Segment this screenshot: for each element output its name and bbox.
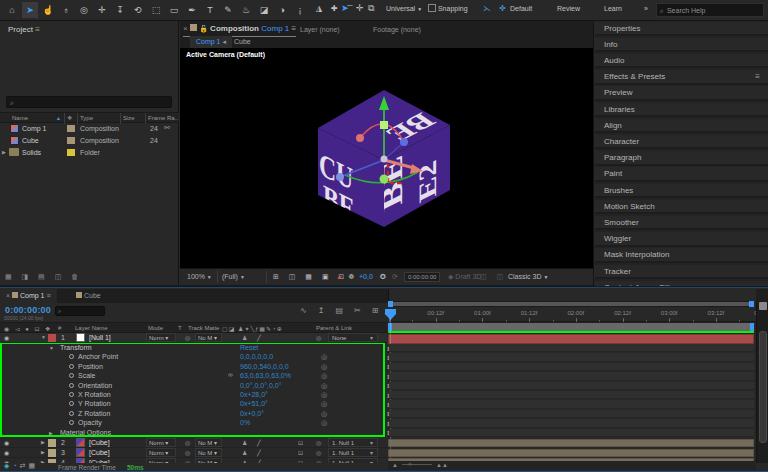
type-tool-icon[interactable]: T: [202, 2, 218, 18]
panel-tab-brushes[interactable]: Brushes: [595, 184, 768, 199]
property-row[interactable]: Opacity0%◎: [0, 419, 387, 428]
puppet-pin-icon[interactable]: ¡: [292, 2, 308, 18]
viewer-subtab-cube[interactable]: Cube: [234, 38, 251, 45]
project-tab[interactable]: Project ≡: [8, 25, 40, 34]
cube-layer-bar[interactable]: [388, 439, 754, 447]
panel-menu-icon[interactable]: ≡: [46, 292, 50, 299]
project-search-input[interactable]: ⌕: [6, 96, 172, 108]
panel-tab-mask-interpolation[interactable]: Mask Interpolation: [595, 248, 768, 263]
home-icon[interactable]: ⌂: [4, 2, 20, 18]
channel-icon[interactable]: ▲: [336, 273, 343, 280]
cube-3d-object[interactable]: CU BE BE E2 BE: [300, 80, 470, 230]
pen-tool-icon[interactable]: ✒: [184, 2, 200, 18]
graph-toggle-icon[interactable]: ◎: [321, 363, 327, 371]
parent-dropdown-arrow[interactable]: ▾: [370, 439, 373, 446]
expand-arrow-icon[interactable]: ▶: [2, 149, 6, 155]
null-layer-bar[interactable]: [388, 334, 754, 344]
track-matte-dropdown[interactable]: No M ▾: [195, 448, 222, 457]
layer-row[interactable]: ◉▼1[Null 1]Norm ▾◎No M ▾♟╱◎None▾: [0, 333, 387, 343]
layer-row[interactable]: ◉▶3[Cube]Norm ▾◎No M ▾♟╱⊡◎1. Null 1▾: [0, 448, 387, 458]
panel-tab-motion-sketch[interactable]: Motion Sketch: [595, 200, 768, 215]
roto-brush-icon[interactable]: ◑: [274, 2, 290, 18]
label-swatch[interactable]: [67, 149, 75, 156]
matte-toggle-icon[interactable]: ◎: [185, 439, 190, 446]
panel-tab-wiggler[interactable]: Wiggler: [595, 232, 768, 247]
expand-chevron-icon[interactable]: ▶: [41, 449, 45, 455]
collapse-chevron-icon[interactable]: ▼: [49, 345, 54, 351]
matte-toggle-icon[interactable]: ◎: [185, 449, 190, 456]
panel-tab-paragraph[interactable]: Paragraph: [595, 151, 768, 166]
parent-dropdown-arrow[interactable]: ▾: [370, 334, 373, 341]
workspace-tab-learn[interactable]: Learn: [604, 5, 622, 12]
timeline-scrollbar[interactable]: [756, 301, 768, 465]
dolly-camera-icon[interactable]: ↧: [112, 2, 128, 18]
sort-ascending-icon[interactable]: ▲: [56, 115, 61, 121]
draft3d-button[interactable]: ◈ Draft 3D: [448, 273, 481, 281]
label-swatch[interactable]: [48, 439, 56, 447]
workspace-more-button[interactable]: »: [644, 5, 648, 12]
mode-dropdown[interactable]: Norm ▾: [146, 333, 176, 342]
property-value[interactable]: 0%: [240, 419, 250, 426]
hand-tool-icon[interactable]: ☝: [40, 2, 56, 18]
renderer-dropdown[interactable]: Classic 3D ▼: [508, 273, 548, 280]
panel-tab-tracker[interactable]: Tracker: [595, 265, 768, 280]
property-row[interactable]: Orientation0,0°,0,0°,0,0°◎: [0, 382, 387, 391]
graph-toggle-icon[interactable]: ◎: [321, 410, 327, 418]
panel-tab-effects-presets[interactable]: Effects & Presets≡: [595, 70, 768, 85]
track-matte-dropdown[interactable]: No M ▾: [195, 438, 222, 447]
layer-tab[interactable]: Layer (none): [300, 26, 340, 33]
footage-tab[interactable]: Footage (none): [373, 26, 421, 33]
property-row[interactable]: Position960,0,540,0,0,0◎: [0, 363, 387, 372]
text-anim-icon[interactable]: ✚: [331, 4, 338, 13]
resolution-dropdown[interactable]: (Full) ▼: [222, 273, 245, 280]
snapshot-icon[interactable]: ✪: [380, 273, 386, 281]
expand-chevron-icon[interactable]: ▶: [49, 430, 53, 436]
graph-toggle-icon[interactable]: ◎: [321, 382, 327, 390]
property-value[interactable]: 63,0,63,0,63,0%: [240, 372, 291, 379]
label-swatch[interactable]: [48, 334, 56, 342]
property-row[interactable]: Y Rotation0x+51,0°◎: [0, 400, 387, 409]
parent-dropdown-arrow[interactable]: ▾: [370, 449, 373, 456]
expand-chevron-icon[interactable]: ▼: [41, 334, 46, 340]
panel-tab-audio[interactable]: Audio: [595, 54, 768, 69]
person-tool-icon[interactable]: ◮: [316, 4, 322, 13]
expand-chevron-icon[interactable]: ▶: [41, 439, 45, 445]
transform-group-row[interactable]: ▼TransformReset: [0, 344, 387, 353]
exposure-gear-icon[interactable]: ☸: [348, 273, 354, 281]
property-value[interactable]: 0x+28,0°: [240, 391, 268, 398]
mode-dropdown[interactable]: Norm ▾: [146, 448, 176, 457]
property-row[interactable]: Scale∞63,0,63,0,63,0%◎: [0, 372, 387, 381]
property-row[interactable]: Anchor Point0,0,0,0,0,0◎: [0, 353, 387, 362]
label-column-icon[interactable]: ❖: [67, 114, 72, 121]
stopwatch-icon[interactable]: [69, 354, 74, 359]
rotate-tool-icon[interactable]: ⟲: [130, 2, 146, 18]
track-matte-dropdown[interactable]: No M ▾: [195, 333, 222, 342]
snap-options-icon[interactable]: ⋋: [483, 4, 491, 13]
selection-3d-icon[interactable]: ➤: [341, 3, 349, 13]
timeline-search-input[interactable]: ⌕: [55, 306, 105, 316]
matte-toggle-icon[interactable]: ◎: [185, 334, 190, 341]
panel-menu-icon[interactable]: ≡: [291, 24, 296, 33]
timeline-tab-cube[interactable]: Cube: [76, 292, 101, 299]
zoom-level-dropdown[interactable]: 100% ▼: [187, 273, 212, 280]
viewer-subtab-active[interactable]: Comp 1 ◂: [190, 36, 232, 48]
property-value[interactable]: 0x+0,0°: [240, 410, 264, 417]
stopwatch-icon[interactable]: [69, 411, 74, 416]
eraser-tool-icon[interactable]: ◪: [256, 2, 272, 18]
property-row[interactable]: Z Rotation0x+0,0°◎: [0, 410, 387, 419]
status-toggle-icons[interactable]: ◈◔⇄▦: [4, 462, 38, 470]
stopwatch-icon[interactable]: [69, 373, 74, 378]
clone-stamp-icon[interactable]: ♨: [238, 2, 254, 18]
parent-pickwhip-icon[interactable]: ◎: [316, 449, 321, 456]
project-footer-icons[interactable]: ▦ ◨ ▤ ◫ 🗑: [5, 273, 82, 281]
layer-row[interactable]: ◉▶2[Cube]Norm ▾◎No M ▾♟╱⊡◎1. Null 1▾: [0, 438, 387, 448]
panel-tab-preview[interactable]: Preview: [595, 86, 768, 101]
flowchart-icon[interactable]: ⚯: [164, 124, 170, 132]
property-value[interactable]: 0x+51,0°: [240, 400, 268, 407]
show-snapshot-icon[interactable]: ⟳: [392, 273, 398, 281]
cube-layer-bar[interactable]: [388, 449, 754, 457]
graph-toggle-icon[interactable]: ◎: [321, 419, 327, 427]
panel-tab-info[interactable]: Info: [595, 38, 768, 53]
snap-options2-icon[interactable]: ✜: [499, 4, 506, 13]
material-options-row[interactable]: ▶Material Options: [0, 429, 387, 438]
